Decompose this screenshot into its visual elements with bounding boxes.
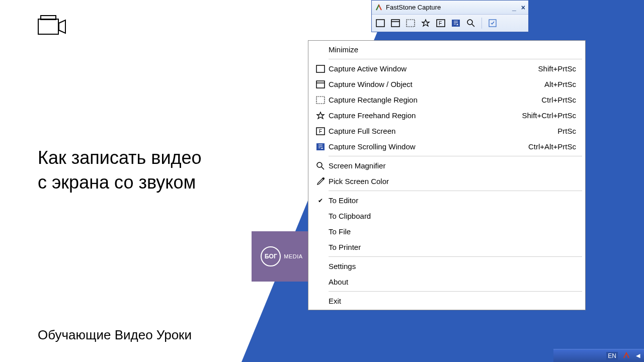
- menu-capture-active-window[interactable]: Capture Active Window Shift+PrtSc: [309, 61, 584, 76]
- menu-item-label: To File: [329, 227, 576, 236]
- video-camera-icon: [38, 15, 299, 35]
- title-line-1: Как записать видео: [38, 147, 202, 168]
- menu-item-shortcut: Alt+PrtSc: [544, 80, 576, 88]
- svg-rect-12: [316, 65, 325, 72]
- logo-label: MEDIA: [284, 253, 302, 259]
- svg-line-20: [321, 167, 324, 169]
- rect-icon: [312, 65, 329, 73]
- capture-window-object-icon[interactable]: [390, 18, 401, 29]
- svg-point-21: [323, 177, 325, 179]
- tray-app-icon[interactable]: [623, 352, 631, 360]
- svg-rect-5: [407, 20, 415, 27]
- menu-item-shortcut: Shift+PrtSc: [538, 64, 576, 73]
- language-indicator[interactable]: EN: [606, 352, 618, 360]
- menu-item-label: To Printer: [329, 243, 576, 251]
- menu-item-label: Exit: [329, 297, 576, 305]
- window-icon: [312, 80, 329, 88]
- menu-about[interactable]: About: [309, 274, 584, 290]
- svg-point-9: [467, 20, 472, 25]
- svg-rect-15: [316, 97, 325, 104]
- svg-rect-2: [376, 20, 384, 27]
- context-menu: Minimize Capture Active Window Shift+Prt…: [308, 40, 586, 310]
- menu-item-label: Capture Scrolling Window: [329, 142, 528, 151]
- menu-capture-rectangle[interactable]: Capture Rectangle Region Ctrl+PrtSc: [309, 92, 584, 108]
- menu-item-label: Settings: [329, 262, 576, 270]
- bog-media-logo: БОГ MEDIA: [252, 231, 312, 282]
- svg-rect-8: [452, 20, 460, 27]
- toolbar-separator: [481, 18, 482, 29]
- faststone-window: FastStone Capture _ × F: [371, 0, 529, 32]
- menu-item-label: To Clipboard: [329, 212, 576, 220]
- menu-item-shortcut: Shift+Ctrl+PrtSc: [522, 111, 576, 120]
- settings-icon[interactable]: [487, 18, 498, 29]
- svg-line-10: [472, 24, 474, 27]
- menu-divider: [329, 191, 582, 191]
- capture-scrolling-icon[interactable]: [450, 18, 461, 29]
- tray-expand-icon[interactable]: ◀: [636, 352, 640, 359]
- toolbar: F: [372, 15, 528, 32]
- window-title: FastStone Capture: [386, 4, 509, 11]
- magnifier-icon: [312, 161, 329, 170]
- menu-item-label: To Editor: [329, 196, 576, 205]
- page-title: Как записать видео с экрана со звуком: [38, 146, 299, 195]
- menu-to-file[interactable]: To File: [309, 224, 584, 239]
- menu-to-clipboard[interactable]: To Clipboard: [309, 208, 584, 224]
- eyedropper-icon: [312, 177, 329, 186]
- menu-capture-freehand[interactable]: Capture Freehand Region Shift+Ctrl+PrtSc: [309, 108, 584, 123]
- menu-item-shortcut: Ctrl+PrtSc: [541, 96, 576, 104]
- menu-divider: [329, 256, 582, 257]
- svg-text:F: F: [439, 21, 442, 26]
- svg-rect-0: [38, 19, 58, 34]
- menu-capture-fullscreen[interactable]: F Capture Full Screen PrtSc: [309, 123, 584, 139]
- app-logo-icon: [375, 4, 383, 12]
- checkmark-icon: [312, 197, 329, 204]
- capture-freehand-icon[interactable]: [420, 18, 431, 29]
- menu-item-label: Pick Screen Color: [329, 177, 576, 186]
- svg-rect-13: [316, 81, 325, 88]
- menu-item-label: Capture Full Screen: [329, 127, 557, 135]
- svg-rect-18: [316, 143, 325, 150]
- left-content: Как записать видео с экрана со звуком: [38, 15, 299, 195]
- svg-point-19: [317, 162, 322, 167]
- menu-screen-magnifier[interactable]: Screen Magnifier: [309, 158, 584, 173]
- svg-rect-3: [391, 20, 399, 27]
- menu-settings[interactable]: Settings: [309, 258, 584, 274]
- taskbar: EN ◀: [553, 349, 644, 362]
- menu-divider: [329, 156, 582, 156]
- menu-capture-scrolling[interactable]: Capture Scrolling Window Ctrl+Alt+PrtSc: [309, 139, 584, 154]
- titlebar[interactable]: FastStone Capture _ ×: [372, 1, 528, 15]
- capture-rectangle-icon[interactable]: [405, 18, 416, 29]
- menu-exit[interactable]: Exit: [309, 293, 584, 309]
- svg-text:F: F: [319, 129, 322, 134]
- minimize-button[interactable]: _: [512, 4, 516, 12]
- menu-item-label: Capture Rectangle Region: [329, 96, 541, 104]
- menu-item-label: Screen Magnifier: [329, 161, 576, 170]
- menu-item-shortcut: Ctrl+Alt+PrtSc: [528, 142, 576, 151]
- fullscreen-icon: F: [312, 127, 329, 135]
- menu-minimize-label: Minimize: [329, 45, 576, 54]
- menu-item-label: Capture Active Window: [329, 64, 538, 73]
- capture-fullscreen-icon[interactable]: F: [435, 18, 446, 29]
- menu-capture-window-object[interactable]: Capture Window / Object Alt+PrtSc: [309, 76, 584, 92]
- magnifier-icon[interactable]: [465, 18, 476, 29]
- freehand-icon: [312, 111, 329, 120]
- menu-item-shortcut: PrtSc: [557, 127, 576, 135]
- menu-divider: [329, 59, 582, 59]
- close-button[interactable]: ×: [521, 4, 525, 12]
- menu-pick-color[interactable]: Pick Screen Color: [309, 173, 584, 189]
- menu-item-label: Capture Freehand Region: [329, 111, 522, 120]
- title-line-2: с экрана со звуком: [38, 172, 196, 193]
- menu-divider: [329, 291, 582, 292]
- capture-active-window-icon[interactable]: [375, 18, 386, 29]
- menu-item-label: Capture Window / Object: [329, 80, 544, 88]
- menu-to-printer[interactable]: To Printer: [309, 239, 584, 255]
- menu-to-editor[interactable]: To Editor: [309, 193, 584, 208]
- subtitle: Обучающие Видео Уроки: [38, 327, 192, 343]
- logo-circle: БОГ: [261, 246, 281, 266]
- scroll-icon: [312, 143, 329, 151]
- marquee-icon: [312, 96, 329, 104]
- menu-minimize[interactable]: Minimize: [309, 42, 584, 57]
- menu-item-label: About: [329, 278, 576, 286]
